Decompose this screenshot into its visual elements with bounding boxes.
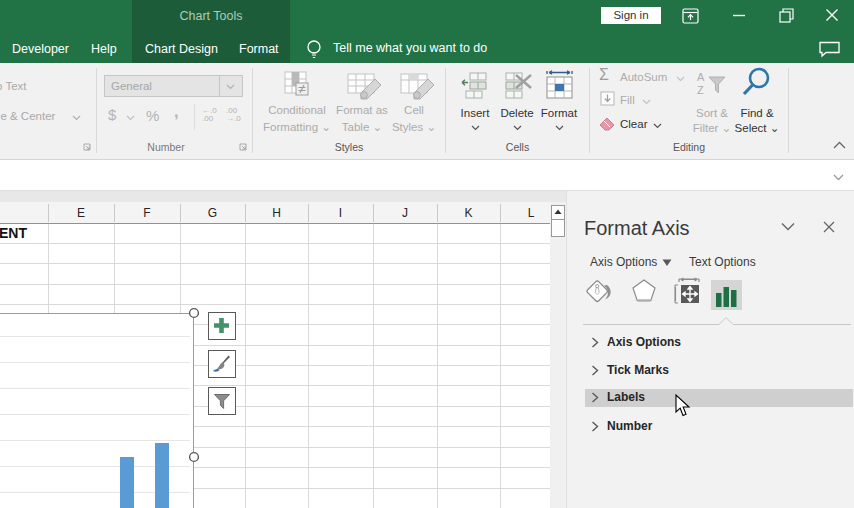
svg-text:A: A [697,71,705,83]
svg-text:Z: Z [697,84,704,96]
